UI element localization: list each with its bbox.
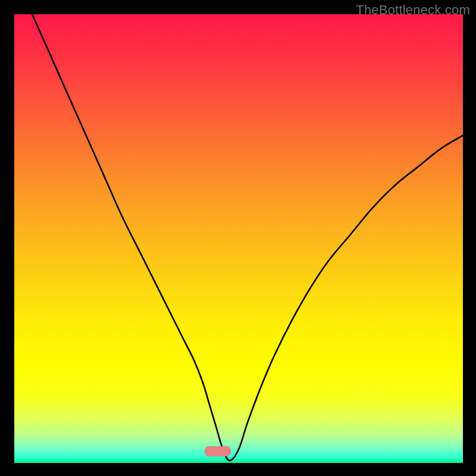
watermark-text: TheBottleneck.com [356,2,470,18]
chart-frame: TheBottleneck.com [0,0,476,476]
optimum-marker [205,446,231,456]
plot-area [14,14,463,463]
bottleneck-curve [14,14,463,463]
